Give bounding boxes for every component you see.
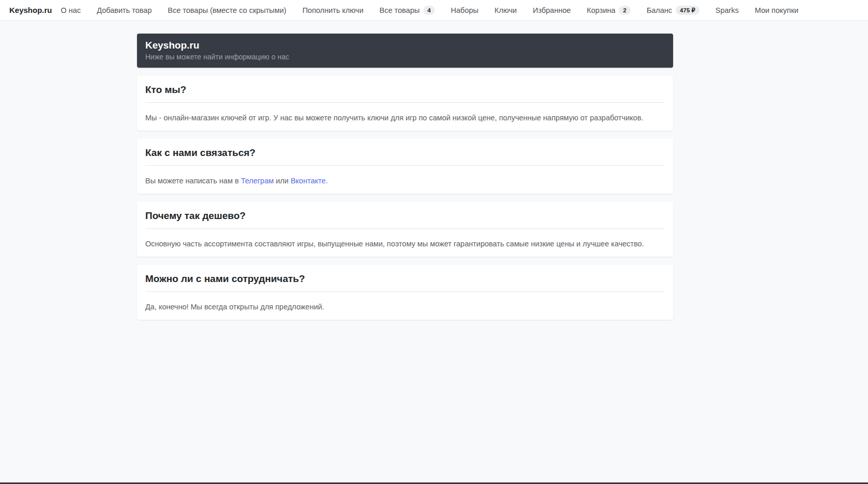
- nav-item-label: Ключи: [494, 6, 516, 14]
- vk-link[interactable]: Вконтакте.: [291, 177, 328, 185]
- nav-item-label: Избранное: [533, 6, 571, 14]
- faq-card-who-we-are: Кто мы? Мы - онлайн-магазин ключей от иг…: [137, 76, 673, 131]
- nav-item-cart[interactable]: Корзина 2: [587, 6, 631, 15]
- page-header-banner: Keyshop.ru Ниже вы можете найти информац…: [137, 34, 673, 68]
- card-title: Как с нами связаться?: [145, 147, 665, 159]
- products-count-badge: 4: [423, 6, 435, 15]
- nav-item-about[interactable]: О нас: [61, 6, 81, 14]
- nav-item-label: Пополнить ключи: [302, 6, 363, 14]
- contact-text-between: или: [273, 177, 291, 185]
- card-text: Мы - онлайн-магазин ключей от игр. У нас…: [145, 113, 665, 123]
- card-text: Основную часть ассортимента составляют и…: [145, 239, 665, 249]
- telegram-link[interactable]: Телеграм: [241, 177, 274, 185]
- nav-item-balance[interactable]: Баланс 475 ₽: [647, 6, 699, 15]
- card-divider: [145, 291, 665, 292]
- nav-item-label: Мои покупки: [755, 6, 798, 14]
- card-divider: [145, 228, 665, 229]
- brand-link[interactable]: Keyshop.ru: [9, 6, 52, 14]
- nav-item-label: О нас: [61, 6, 81, 14]
- faq-card-contact: Как с нами связаться? Вы можете написать…: [137, 139, 673, 194]
- nav-item-label: Все товары (вместе со скрытыми): [167, 6, 286, 14]
- nav-item-label: Наборы: [451, 6, 478, 14]
- nav-item-bundles[interactable]: Наборы: [451, 6, 478, 14]
- nav-item-keys[interactable]: Ключи: [494, 6, 516, 14]
- card-divider: [145, 165, 665, 166]
- nav-item-label: Добавить товар: [97, 6, 151, 14]
- card-title: Можно ли с нами сотрудничать?: [145, 273, 665, 285]
- banner-title: Keyshop.ru: [145, 39, 665, 52]
- nav-items: О нас Добавить товар Все товары (вместе …: [61, 6, 799, 15]
- contact-text-before: Вы можете написать нам в: [145, 177, 241, 185]
- card-divider: [145, 102, 665, 103]
- card-title: Кто мы?: [145, 84, 665, 96]
- card-text: Вы можете написать нам в Телеграм или Вк…: [145, 176, 665, 186]
- top-navbar: Keyshop.ru О нас Добавить товар Все това…: [0, 0, 868, 21]
- nav-item-all-products-hidden[interactable]: Все товары (вместе со скрытыми): [167, 6, 286, 14]
- faq-card-why-cheap: Почему так дешево? Основную часть ассорт…: [137, 202, 673, 257]
- faq-card-cooperation: Можно ли с нами сотрудничать? Да, конечн…: [137, 265, 673, 320]
- nav-item-sparks[interactable]: Sparks: [715, 6, 739, 14]
- nav-item-label: Sparks: [715, 6, 739, 14]
- cart-count-badge: 2: [619, 6, 630, 15]
- banner-subtitle: Ниже вы можете найти информацию о нас: [145, 52, 665, 61]
- nav-item-refill-keys[interactable]: Пополнить ключи: [302, 6, 363, 14]
- card-text: Да, конечно! Мы всегда открыты для предл…: [145, 302, 665, 312]
- nav-item-all-products[interactable]: Все товары 4: [379, 6, 435, 15]
- nav-item-add-product[interactable]: Добавить товар: [97, 6, 151, 14]
- nav-item-label: Все товары: [379, 6, 420, 14]
- nav-item-label: Баланс: [647, 6, 672, 14]
- nav-item-label: Корзина: [587, 6, 615, 14]
- nav-item-my-purchases[interactable]: Мои покупки: [755, 6, 798, 14]
- card-title: Почему так дешево?: [145, 210, 665, 222]
- nav-item-favorites[interactable]: Избранное: [533, 6, 571, 14]
- main-content: Keyshop.ru Ниже вы можете найти информац…: [137, 34, 673, 320]
- balance-amount-badge: 475 ₽: [676, 6, 699, 15]
